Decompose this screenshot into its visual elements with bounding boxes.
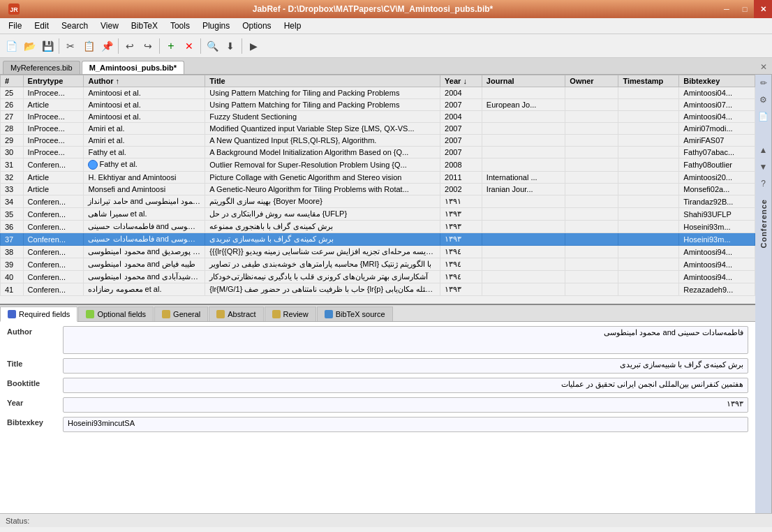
table-row[interactable]: 25InProcee...Amintoosi et al.Using Patte… xyxy=(1,87,755,99)
redo-button[interactable]: ↪ xyxy=(140,38,156,54)
col-num[interactable]: # xyxy=(1,75,24,87)
side-tools-icon[interactable]: ⚙ xyxy=(757,93,771,107)
col-title[interactable]: Title xyxy=(205,75,440,87)
table-row[interactable]: 32ArticleH. Ekhtiyar and AmintoosiPictur… xyxy=(1,172,755,184)
cell-#: 39 xyxy=(1,258,24,271)
detail-tab-required-fields[interactable]: Required fields xyxy=(0,306,77,322)
field-value[interactable]: هفتمین کنفرانس بین‌المللی انجمن ایرانی ت… xyxy=(63,378,748,393)
cell-#: 28 xyxy=(1,123,24,135)
tab-icon xyxy=(8,310,16,318)
close-tab-button[interactable]: ✕ xyxy=(758,61,769,73)
tab-icon xyxy=(162,310,170,318)
cell-entrytype: Conferen... xyxy=(23,208,84,221)
table-row[interactable]: 29InProcee...Amiri et al.A New Quantized… xyxy=(1,135,755,147)
sep5 xyxy=(242,38,242,54)
col-year[interactable]: Year ↓ xyxy=(440,75,482,87)
table-row[interactable]: 26ArticleAmintoosi et al.Using Pattern M… xyxy=(1,99,755,111)
fetch-button[interactable]: ⬇ xyxy=(222,38,239,54)
cell-bibtexkey: Rezazadeh9... xyxy=(679,283,755,296)
cell-timestamp xyxy=(618,123,679,135)
table-row[interactable]: 31Conferen...Fathy et al.Outlier Removal… xyxy=(1,158,755,172)
col-timestamp[interactable]: Timestamp xyxy=(618,75,679,87)
tab-amintoosi[interactable]: M_Amintoosi_pubs.bib* xyxy=(82,61,184,74)
table-row[interactable]: 37Conferen...فاطمه‌سادات حسینی and محمود… xyxy=(1,233,755,246)
add-entry-button[interactable]: + xyxy=(163,38,179,54)
cell-journal xyxy=(482,221,565,233)
menu-view[interactable]: View xyxy=(95,20,124,32)
table-row[interactable]: 36Conferen...فاطمه‌سادات حسینی and محمود… xyxy=(1,221,755,233)
detail-tab-abstract[interactable]: Abstract xyxy=(209,306,263,321)
tab-label: General xyxy=(173,310,200,318)
col-owner[interactable]: Owner xyxy=(565,75,618,87)
menu-search[interactable]: Search xyxy=(56,20,94,32)
open-button[interactable]: 📂 xyxy=(21,38,38,54)
cell-#: 36 xyxy=(1,221,24,233)
menu-bibtex[interactable]: BibTeX xyxy=(126,20,163,32)
field-row-author: Authorفاطمه‌سادات حسینی and محمود امینطو… xyxy=(7,326,748,354)
menu-edit[interactable]: Edit xyxy=(29,20,54,32)
side-edit-icon[interactable]: ✏ xyxy=(757,76,771,90)
detail-tab-optional-fields[interactable]: Optional fields xyxy=(78,306,154,321)
cell-owner xyxy=(565,123,618,135)
play-button[interactable]: ▶ xyxy=(245,38,262,54)
menu-help[interactable]: Help xyxy=(279,20,307,32)
side-down-icon[interactable]: ▼ xyxy=(757,160,771,174)
save-button[interactable]: 💾 xyxy=(39,38,56,54)
table-row[interactable]: 40Conferen...محمود امینطوسی and آزاده رش… xyxy=(1,271,755,283)
table-row[interactable]: 34Conferen...حامد تیرانداز and محمود امی… xyxy=(1,195,755,208)
cell-bibtexkey: Amintoosi94... xyxy=(679,258,755,271)
table-row[interactable]: 27InProcee...Amintoosi et al.Fuzzy Stude… xyxy=(1,111,755,123)
side-help-icon[interactable]: ? xyxy=(757,177,771,191)
field-value[interactable]: ١٣٩٣ xyxy=(63,397,748,413)
col-bibtexkey[interactable]: Bibtexkey xyxy=(679,75,755,87)
cell-year: ١٣٩١ xyxy=(440,195,482,208)
tab-myreferences[interactable]: MyReferences.bib xyxy=(3,61,80,74)
table-row[interactable]: 30InProcee...Fathy et al.A Background Mo… xyxy=(1,147,755,158)
field-value[interactable]: برش کمینه‌ی گراف با شبیه‌سازی تبریدی xyxy=(63,358,748,374)
cell-bibtexkey: Tirandaz92B... xyxy=(679,195,755,208)
col-journal[interactable]: Journal xyxy=(482,75,565,87)
menu-plugins[interactable]: Plugins xyxy=(197,20,235,32)
maximize-button[interactable]: □ xyxy=(736,0,754,18)
copy-button[interactable]: 📋 xyxy=(80,38,97,54)
side-up-icon[interactable]: ▲ xyxy=(757,143,771,157)
close-button[interactable]: ✕ xyxy=(754,0,772,18)
cell-timestamp xyxy=(618,184,679,195)
delete-entry-button[interactable]: ✕ xyxy=(181,38,198,54)
reference-table[interactable]: # Entrytype Author ↑ Title Year ↓ Journa… xyxy=(0,75,755,304)
detail-tab-bibtex-source[interactable]: BibTeX source xyxy=(317,306,393,321)
cell-journal xyxy=(482,158,565,172)
table-row[interactable]: 38Conferen...محمود امینطوسی and سمیه پور… xyxy=(1,246,755,258)
minimize-button[interactable]: ─ xyxy=(718,0,736,18)
cell-journal xyxy=(482,271,565,283)
cell-#: 32 xyxy=(1,172,24,184)
menu-tools[interactable]: Tools xyxy=(165,20,195,32)
new-button[interactable]: 📄 xyxy=(3,38,20,54)
cell-author: Amintoosi et al. xyxy=(84,111,205,123)
field-value[interactable]: Hoseini93mincutSA xyxy=(63,417,748,432)
cell-timestamp xyxy=(618,172,679,184)
table-row[interactable]: 33ArticleMonsefi and AmintoosiA Genetic-… xyxy=(1,184,755,195)
menu-file[interactable]: File xyxy=(3,20,27,32)
cell-#: 41 xyxy=(1,283,24,296)
field-value[interactable]: فاطمه‌سادات حسینی and محمود امینطوسی xyxy=(63,326,748,354)
menu-options[interactable]: Options xyxy=(237,20,276,32)
undo-button[interactable]: ↩ xyxy=(121,38,138,54)
tab-label: Review xyxy=(283,310,309,318)
table-row[interactable]: 28InProcee...Amiri et al.Modified Quanti… xyxy=(1,123,755,135)
search-button[interactable]: 🔍 xyxy=(204,38,221,54)
cell-#: 37 xyxy=(1,233,24,246)
cut-button[interactable]: ✂ xyxy=(62,38,79,54)
table-row[interactable]: 35Conferen...سمیرا شاهی et al.مقایسه سه … xyxy=(1,208,755,221)
table-row[interactable]: 39Conferen...محمود امینطوسی and طیبه فیا… xyxy=(1,258,755,271)
cell-bibtexkey: Shahi93UFLP xyxy=(679,208,755,221)
detail-tab-review[interactable]: Review xyxy=(265,306,316,321)
paste-button[interactable]: 📌 xyxy=(98,38,115,54)
cell-year: ١٣٩٣ xyxy=(440,233,482,246)
side-pdf-icon[interactable]: 📄 xyxy=(757,110,771,124)
table-row[interactable]: 41Conferen...معصومه رضازاده et al.{lr{M/… xyxy=(1,283,755,296)
detail-tab-general[interactable]: General xyxy=(154,306,208,321)
col-author[interactable]: Author ↑ xyxy=(84,75,205,87)
col-entrytype[interactable]: Entrytype xyxy=(23,75,84,87)
cell-#: 35 xyxy=(1,208,24,221)
